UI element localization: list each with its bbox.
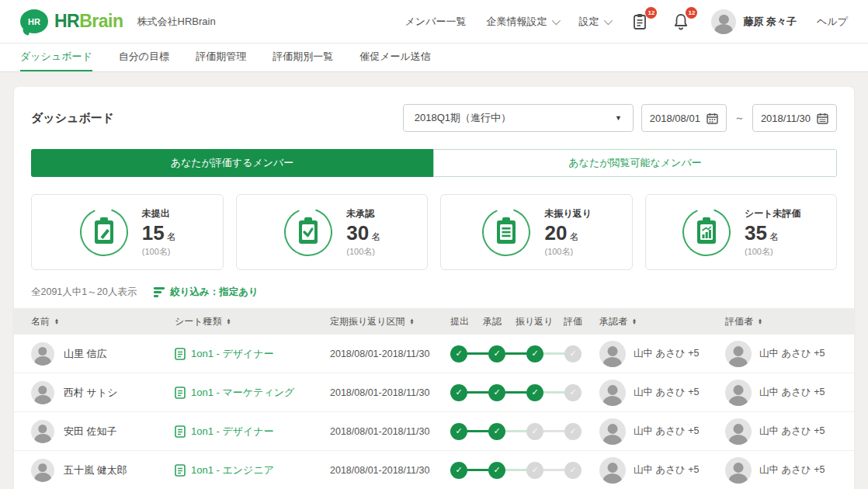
approver-cell[interactable]: 山中 あさひ +5	[599, 418, 725, 445]
column-header-sheet-type[interactable]: シート種類 ▲▼	[175, 315, 330, 328]
step-reflect	[526, 384, 543, 401]
sheet-link[interactable]: 1on1 - エンジニア	[175, 463, 330, 477]
stat-label: シート未評価	[745, 207, 801, 220]
step-approve	[488, 345, 505, 362]
member-scope-tabs: あなたが評価するメンバー あなたが閲覧可能なメンバー	[31, 149, 837, 177]
sort-icon: ▲▼	[54, 318, 59, 324]
user-menu[interactable]: 藤原 奈々子	[711, 9, 797, 34]
member-avatar	[31, 342, 54, 366]
notifications-badge: 12	[686, 7, 697, 19]
chevron-down-icon	[552, 16, 561, 24]
column-header-evaluator[interactable]: 評価者 ▲▼	[725, 315, 854, 328]
sort-icon: ▲▼	[410, 318, 415, 324]
tab-reminder-mail[interactable]: 催促メール送信	[359, 43, 431, 71]
member-name-cell: 山里 信広	[31, 342, 175, 366]
sort-icon: ▲▼	[758, 318, 762, 324]
table-row[interactable]: 山里 信広 1on1 - デザイナー 2018/08/01-2018/11/30	[14, 335, 854, 373]
member-avatar	[31, 459, 54, 482]
stat-card-not-approved[interactable]: 未承認 30 名 (100名)	[236, 194, 429, 270]
user-name: 藤原 奈々子	[743, 15, 797, 29]
dropdown-arrow-icon: ▼	[615, 114, 622, 122]
stat-label: 未振り返り	[544, 207, 592, 220]
column-header-name[interactable]: 名前 ▲▼	[31, 315, 175, 328]
evaluator-cell[interactable]: 山中 あさひ +5	[725, 457, 854, 484]
sheet-link[interactable]: 1on1 - マーケティング	[175, 386, 330, 400]
sheet-link[interactable]: 1on1 - デザイナー	[175, 425, 330, 439]
stat-label: 未提出	[142, 207, 176, 220]
table-row[interactable]: 西村 サトシ 1on1 - マーケティング 2018/08/01-2018/11…	[14, 373, 854, 412]
nav-company-settings[interactable]: 企業情報設定	[486, 15, 558, 29]
tab-evaluation-period-list[interactable]: 評価期別一覧	[273, 43, 333, 71]
company-name: 株式会社HRBrain	[137, 15, 216, 29]
clipboard-list-icon	[481, 206, 532, 258]
stat-card-no-reflection[interactable]: 未振り返り 20 名 (100名)	[440, 194, 633, 270]
progress-steps	[450, 462, 599, 479]
step-approve	[488, 462, 505, 479]
approver-avatar	[599, 418, 626, 445]
tasks-button[interactable]: 12	[630, 12, 651, 32]
tab-members-you-evaluate[interactable]: あなたが評価するメンバー	[31, 149, 433, 177]
tab-evaluation-period-management[interactable]: 評価期管理	[196, 43, 246, 71]
evaluator-cell[interactable]: 山中 あさひ +5	[725, 380, 854, 406]
brand-text: HRBrain	[54, 11, 123, 32]
logo[interactable]: HR HRBrain 株式会社HRBrain	[20, 9, 216, 33]
evaluator-avatar	[725, 457, 752, 484]
step-reflect	[526, 423, 543, 440]
filter-link[interactable]: 絞り込み：指定あり	[154, 286, 259, 299]
stat-total: (100名)	[142, 246, 176, 258]
chevron-down-icon	[604, 16, 613, 24]
member-name-cell: 安田 佐知子	[31, 420, 175, 443]
table-row[interactable]: 安田 佐知子 1on1 - デザイナー 2018/08/01-2018/11/3…	[14, 412, 854, 451]
evaluator-avatar	[725, 380, 752, 406]
evaluator-avatar	[725, 418, 752, 445]
nav-settings[interactable]: 設定	[578, 15, 610, 29]
date-to-input[interactable]: 2018/11/30	[752, 104, 837, 132]
period-cell: 2018/08/01-2018/11/30	[330, 426, 450, 437]
progress-steps	[450, 423, 599, 440]
hrbrain-logo-icon: HR	[20, 9, 48, 33]
tab-my-goals[interactable]: 自分の目標	[119, 43, 169, 71]
stat-card-not-submitted[interactable]: 未提出 15 名 (100名)	[31, 194, 224, 270]
period-select[interactable]: 2018Q1期（進行中） ▼	[403, 104, 634, 132]
nav-member-list[interactable]: メンバー一覧	[405, 15, 467, 29]
step-submit	[450, 384, 467, 401]
help-link[interactable]: ヘルプ	[817, 15, 848, 29]
member-avatar	[31, 381, 54, 404]
step-evaluate	[564, 423, 582, 440]
sort-icon: ▲▼	[227, 318, 231, 324]
evaluator-cell[interactable]: 山中 あさひ +5	[725, 341, 854, 367]
approver-cell[interactable]: 山中 あさひ +5	[599, 380, 725, 406]
member-name-cell: 西村 サトシ	[31, 381, 175, 404]
sheet-icon	[175, 348, 186, 360]
column-header-approver[interactable]: 承認者 ▲▼	[599, 315, 725, 328]
evaluator-cell[interactable]: 山中 あさひ +5	[725, 418, 854, 445]
clipboard-check-icon	[283, 206, 334, 258]
sub-nav: ダッシュボード 自分の目標 評価期管理 評価期別一覧 催促メール送信	[0, 43, 868, 72]
approver-cell[interactable]: 山中 あさひ +5	[599, 341, 725, 367]
stat-card-sheet-not-evaluated[interactable]: シート未評価 35 名 (100名)	[645, 194, 838, 270]
member-avatar	[31, 420, 54, 443]
calendar-icon	[707, 113, 718, 124]
tasks-badge: 12	[645, 7, 657, 19]
approver-cell[interactable]: 山中 あさひ +5	[599, 457, 725, 484]
stat-value: 15	[142, 221, 165, 245]
step-evaluate	[564, 462, 582, 479]
dashboard-card: ダッシュボード 2018Q1期（進行中） ▼ 2018/08/01	[14, 87, 854, 489]
stat-total: (100名)	[745, 246, 801, 258]
step-submit	[450, 423, 467, 440]
column-header-period[interactable]: 定期振り返り区間 ▲▼	[330, 315, 450, 328]
step-reflect	[526, 462, 543, 479]
notifications-button[interactable]: 12	[671, 12, 691, 32]
step-submit	[450, 345, 467, 362]
table-row[interactable]: 五十嵐 健太郎 1on1 - エンジニア 2018/08/01-2018/11/…	[14, 451, 854, 489]
progress-steps	[450, 345, 599, 362]
page-title: ダッシュボード	[31, 111, 114, 126]
tab-members-you-can-view[interactable]: あなたが閲覧可能なメンバー	[433, 149, 837, 177]
date-from-input[interactable]: 2018/08/01	[641, 104, 727, 132]
calendar-icon	[817, 113, 828, 124]
approver-avatar	[599, 380, 626, 406]
sheet-link[interactable]: 1on1 - デザイナー	[175, 347, 330, 361]
sheet-icon	[175, 425, 186, 438]
tab-dashboard[interactable]: ダッシュボード	[20, 43, 92, 71]
evaluator-avatar	[725, 341, 752, 367]
